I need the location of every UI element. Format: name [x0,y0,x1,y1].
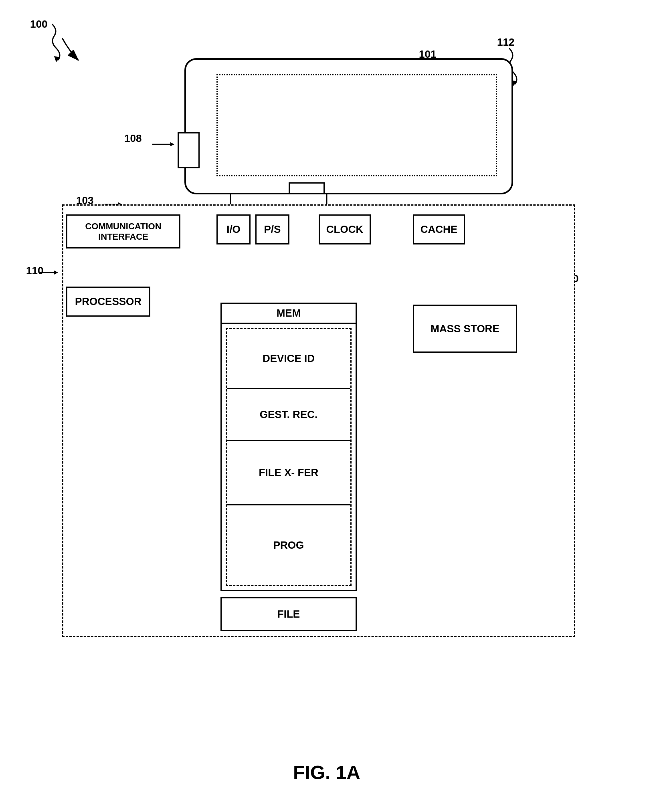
io-box: I/O [216,214,251,244]
diagram: 100 101 112 108 106 103 111 113 115 117 … [0,0,653,812]
svg-marker-6 [170,142,174,146]
processor-box: PROCESSOR [66,287,150,317]
clock-box: CLOCK [319,214,371,244]
prog-box: PROG [227,505,350,585]
ref-112: 112 [497,36,514,48]
mem-outer-box: MEM DEVICE ID GEST. REC. FILE X- FER PRO… [220,303,357,591]
ref-108: 108 [124,132,142,145]
mem-label: MEM [222,304,356,324]
usb-connector [178,132,200,168]
connector-106 [289,182,325,194]
svg-marker-0 [54,56,60,62]
file-xfer-box: FILE X- FER [227,441,350,505]
device-screen [216,74,497,176]
ref-110: 110 [26,265,43,277]
gest-rec-box: GEST. REC. [227,389,350,441]
file-box: FILE [220,597,357,631]
comm-interface-box: COMMUNICATION INTERFACE [66,214,180,248]
svg-marker-10 [54,271,58,275]
mass-store-box: MASS STORE [413,305,517,353]
ps-box: P/S [255,214,289,244]
figure-title: FIG. 1A [220,762,433,784]
device-id-box: DEVICE ID [227,329,350,389]
ref-100: 100 [30,18,47,30]
cache-box: CACHE [413,214,465,244]
